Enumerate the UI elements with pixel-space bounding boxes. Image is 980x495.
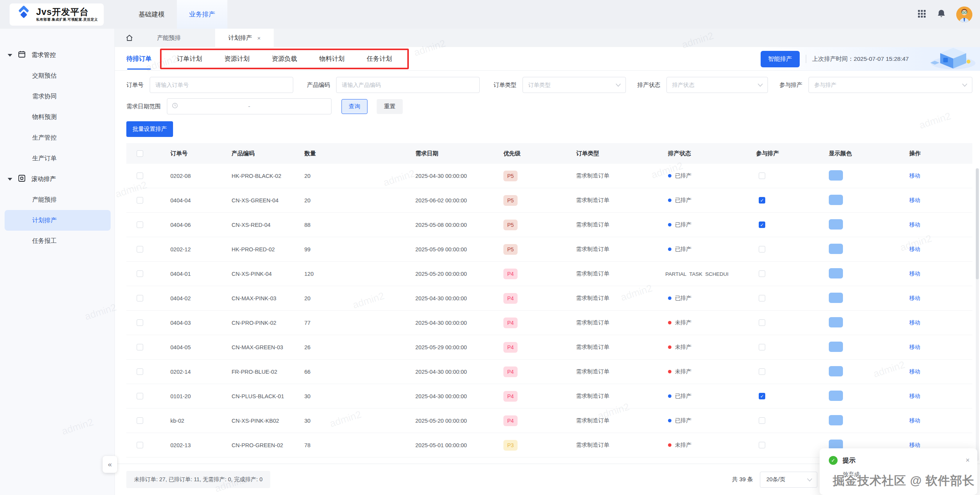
cell-date: 2025-04-30 00:00:00 <box>398 173 486 179</box>
participate-checkbox[interactable] <box>759 197 765 204</box>
table-row: 0404-03CN-PRO-PINK-02772025-04-30 00:00:… <box>126 311 972 335</box>
search-button[interactable]: 查询 <box>341 99 368 114</box>
order-no-label: 订单号 <box>126 81 144 89</box>
participate-select[interactable]: 参与排产 <box>808 77 972 93</box>
move-link[interactable]: 移动 <box>909 344 920 350</box>
row-select-checkbox[interactable] <box>137 319 143 326</box>
move-link[interactable]: 移动 <box>909 319 920 326</box>
color-chip[interactable] <box>829 317 843 327</box>
select-all-checkbox[interactable] <box>137 150 143 157</box>
sidebar-item-capacity-preschedule[interactable]: 产能预排 <box>5 189 111 210</box>
move-link[interactable]: 移动 <box>909 246 920 252</box>
row-select-checkbox[interactable] <box>137 197 143 204</box>
tab-material-plan[interactable]: 物料计划 <box>319 55 345 63</box>
cell-date: 2025-05-29 00:00:00 <box>398 344 486 350</box>
row-select-checkbox[interactable] <box>137 442 143 448</box>
participate-checkbox[interactable] <box>759 442 765 448</box>
tab-task-plan[interactable]: 任务计划 <box>367 55 392 63</box>
color-chip[interactable] <box>829 342 843 352</box>
tab-resource-plan[interactable]: 资源计划 <box>224 55 250 63</box>
tab-resource-load[interactable]: 资源负载 <box>272 55 297 63</box>
tab-basic-modeling[interactable]: 基础建模 <box>126 0 177 29</box>
close-tab-icon[interactable]: × <box>257 35 261 41</box>
color-chip[interactable] <box>829 366 843 376</box>
move-link[interactable]: 移动 <box>909 442 920 448</box>
priority-badge: P4 <box>503 342 518 353</box>
participate-checkbox[interactable] <box>759 344 765 350</box>
move-link[interactable]: 移动 <box>909 173 920 179</box>
participate-checkbox[interactable] <box>759 319 765 326</box>
move-link[interactable]: 移动 <box>909 295 920 301</box>
sidebar-item-delivery-estimate[interactable]: 交期预估 <box>5 65 111 86</box>
row-select-checkbox[interactable] <box>137 344 143 350</box>
sidebar-collapse-button[interactable]: « <box>103 456 117 473</box>
sidebar-group-demand[interactable]: 需求管控 <box>0 45 114 65</box>
row-select-checkbox[interactable] <box>137 246 143 252</box>
row-select-checkbox[interactable] <box>137 295 143 301</box>
smart-schedule-button[interactable]: 智能排产 <box>761 51 800 67</box>
apps-grid-icon[interactable] <box>917 9 926 20</box>
move-link[interactable]: 移动 <box>909 221 920 228</box>
tab-order-plan[interactable]: 订单计划 <box>177 55 202 63</box>
move-link[interactable]: 移动 <box>909 197 920 203</box>
move-link[interactable]: 移动 <box>909 270 920 277</box>
status-dot <box>668 345 671 349</box>
color-chip[interactable] <box>829 415 843 425</box>
sidebar-item-production-control[interactable]: 生产管控 <box>5 127 111 148</box>
product-code-input[interactable] <box>336 77 479 93</box>
user-avatar[interactable] <box>956 7 972 23</box>
sidebar-item-task-report[interactable]: 任务报工 <box>5 231 111 251</box>
move-link[interactable]: 移动 <box>909 368 920 375</box>
tab-business-scheduling[interactable]: 业务排产 <box>177 0 227 29</box>
date-range-input[interactable]: - <box>167 98 332 114</box>
participate-checkbox[interactable] <box>759 295 765 301</box>
page-size-select[interactable]: 20条/页 <box>760 472 817 488</box>
row-select-checkbox[interactable] <box>137 270 143 277</box>
order-type-select[interactable]: 订单类型 <box>523 77 626 93</box>
order-no-input[interactable] <box>150 77 293 93</box>
row-select-checkbox[interactable] <box>137 173 143 179</box>
home-icon[interactable] <box>115 29 144 47</box>
crumb-tab-plan[interactable]: 计划排产 × <box>215 29 274 47</box>
sidebar-item-plan-scheduling[interactable]: 计划排产 <box>5 210 111 231</box>
cell-order-type: 需求制造订单 <box>559 392 651 400</box>
participate-checkbox[interactable] <box>759 393 765 399</box>
color-chip[interactable] <box>829 244 843 254</box>
participate-checkbox[interactable] <box>759 270 765 277</box>
color-chip[interactable] <box>829 293 843 303</box>
sidebar-item-production-order[interactable]: 生产订单 <box>5 148 111 169</box>
color-chip[interactable] <box>829 219 843 230</box>
move-link[interactable]: 移动 <box>909 393 920 399</box>
order-no-input-wrap <box>150 77 293 93</box>
participate-checkbox[interactable] <box>759 368 765 375</box>
color-chip[interactable] <box>829 170 843 181</box>
row-select-checkbox[interactable] <box>137 393 143 399</box>
table-scrollbar[interactable] <box>976 168 979 461</box>
participate-checkbox[interactable] <box>759 173 765 179</box>
main-area: 产能预排 计划排产 × 待排订单 订单计划 资源计划 资源负载 物料计划 任务计… <box>115 29 980 495</box>
batch-schedule-button[interactable]: 批量设置排产 <box>126 121 173 137</box>
participate-checkbox[interactable] <box>759 221 765 228</box>
status-dot <box>668 321 671 324</box>
schedule-status-select[interactable]: 排产状态 <box>666 77 768 93</box>
cell-qty: 66 <box>287 369 398 375</box>
notification-bell-icon[interactable] <box>936 9 946 20</box>
toast-close-icon[interactable]: × <box>965 456 970 464</box>
color-chip[interactable] <box>829 268 843 278</box>
participate-checkbox[interactable] <box>759 417 765 424</box>
sidebar-item-material-forecast[interactable]: 物料预测 <box>5 107 111 127</box>
color-chip[interactable] <box>829 195 843 205</box>
cell-product-code: CN-PLUS-BLACK-01 <box>214 393 287 399</box>
reset-button[interactable]: 重置 <box>377 99 403 114</box>
crumb-tab-capacity[interactable]: 产能预排 <box>144 29 194 47</box>
sidebar-group-rolling[interactable]: 滚动排产 <box>0 169 114 189</box>
tab-pending-orders[interactable]: 待排订单 <box>126 55 152 63</box>
move-link[interactable]: 移动 <box>909 417 920 423</box>
chevron-down-icon <box>758 82 763 88</box>
row-select-checkbox[interactable] <box>137 368 143 375</box>
participate-checkbox[interactable] <box>759 246 765 252</box>
row-select-checkbox[interactable] <box>137 221 143 228</box>
color-chip[interactable] <box>829 391 843 401</box>
sidebar-item-demand-collab[interactable]: 需求协同 <box>5 86 111 107</box>
row-select-checkbox[interactable] <box>137 417 143 424</box>
